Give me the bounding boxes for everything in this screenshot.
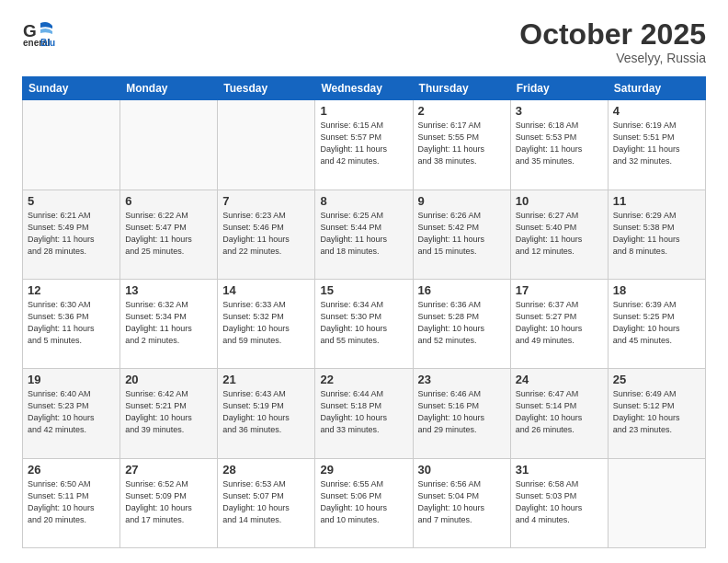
day-info: Sunrise: 6:15 AM Sunset: 5:57 PM Dayligh…: [320, 120, 407, 167]
col-friday: Friday: [510, 77, 608, 100]
day-number: 21: [222, 373, 310, 386]
day-info: Sunrise: 6:30 AM Sunset: 5:36 PM Dayligh…: [28, 299, 115, 347]
day-number: 13: [125, 283, 212, 297]
day-number: 3: [516, 104, 603, 118]
table-row: 6Sunrise: 6:22 AM Sunset: 5:47 PM Daylig…: [120, 190, 218, 279]
day-number: 5: [28, 194, 115, 208]
week-row-3: 12Sunrise: 6:30 AM Sunset: 5:36 PM Dayli…: [23, 279, 706, 368]
day-info: Sunrise: 6:22 AM Sunset: 5:47 PM Dayligh…: [125, 210, 212, 258]
table-row: 5Sunrise: 6:21 AM Sunset: 5:49 PM Daylig…: [23, 190, 120, 279]
table-row: 27Sunrise: 6:52 AM Sunset: 5:09 PM Dayli…: [120, 458, 218, 547]
table-row: [23, 100, 120, 190]
day-info: Sunrise: 6:19 AM Sunset: 5:51 PM Dayligh…: [613, 120, 700, 167]
day-info: Sunrise: 6:58 AM Sunset: 5:03 PM Dayligh…: [516, 478, 603, 526]
table-row: 13Sunrise: 6:32 AM Sunset: 5:34 PM Dayli…: [120, 279, 218, 368]
day-number: 28: [222, 463, 310, 477]
title-block: October 2025 Veselyy, Russia: [519, 18, 706, 65]
logo-svg: G eneral Blue: [22, 18, 55, 52]
table-row: [120, 100, 218, 190]
month-title: October 2025: [519, 18, 706, 51]
table-row: 20Sunrise: 6:42 AM Sunset: 5:21 PM Dayli…: [120, 369, 218, 458]
day-number: 19: [28, 373, 115, 386]
day-info: Sunrise: 6:17 AM Sunset: 5:55 PM Dayligh…: [418, 120, 506, 167]
day-number: 24: [516, 373, 603, 386]
day-number: 2: [418, 104, 506, 118]
table-row: 1Sunrise: 6:15 AM Sunset: 5:57 PM Daylig…: [315, 100, 413, 190]
col-sunday: Sunday: [23, 77, 120, 100]
day-number: 26: [28, 463, 115, 477]
day-number: 20: [125, 373, 212, 386]
table-row: 9Sunrise: 6:26 AM Sunset: 5:42 PM Daylig…: [413, 190, 510, 279]
table-row: 26Sunrise: 6:50 AM Sunset: 5:11 PM Dayli…: [23, 458, 120, 547]
col-thursday: Thursday: [413, 77, 510, 100]
day-number: 22: [320, 373, 407, 386]
day-number: 8: [320, 194, 407, 208]
table-row: 11Sunrise: 6:29 AM Sunset: 5:38 PM Dayli…: [608, 190, 705, 279]
table-row: 25Sunrise: 6:49 AM Sunset: 5:12 PM Dayli…: [608, 369, 705, 458]
day-number: 9: [418, 194, 506, 208]
day-number: 12: [28, 283, 115, 297]
header: G eneral Blue October 2025 Veselyy, Russ…: [22, 18, 706, 65]
table-row: 2Sunrise: 6:17 AM Sunset: 5:55 PM Daylig…: [413, 100, 510, 190]
col-saturday: Saturday: [608, 77, 705, 100]
day-number: 1: [320, 104, 407, 118]
day-info: Sunrise: 6:53 AM Sunset: 5:07 PM Dayligh…: [222, 478, 310, 526]
week-row-5: 26Sunrise: 6:50 AM Sunset: 5:11 PM Dayli…: [23, 458, 706, 547]
day-number: 11: [613, 194, 700, 208]
day-info: Sunrise: 6:40 AM Sunset: 5:23 PM Dayligh…: [28, 388, 115, 436]
day-info: Sunrise: 6:23 AM Sunset: 5:46 PM Dayligh…: [222, 210, 310, 258]
day-info: Sunrise: 6:43 AM Sunset: 5:19 PM Dayligh…: [222, 388, 310, 436]
table-row: 3Sunrise: 6:18 AM Sunset: 5:53 PM Daylig…: [510, 100, 608, 190]
day-number: 6: [125, 194, 212, 208]
page: G eneral Blue October 2025 Veselyy, Russ…: [0, 0, 728, 563]
day-info: Sunrise: 6:56 AM Sunset: 5:04 PM Dayligh…: [418, 478, 506, 526]
day-number: 15: [320, 283, 407, 297]
day-info: Sunrise: 6:25 AM Sunset: 5:44 PM Dayligh…: [320, 210, 407, 258]
table-row: 15Sunrise: 6:34 AM Sunset: 5:30 PM Dayli…: [315, 279, 413, 368]
table-row: [608, 458, 705, 547]
day-number: 25: [613, 373, 700, 386]
day-info: Sunrise: 6:26 AM Sunset: 5:42 PM Dayligh…: [418, 210, 506, 258]
day-info: Sunrise: 6:18 AM Sunset: 5:53 PM Dayligh…: [516, 120, 603, 167]
table-row: 24Sunrise: 6:47 AM Sunset: 5:14 PM Dayli…: [510, 369, 608, 458]
location: Veselyy, Russia: [519, 51, 706, 65]
day-info: Sunrise: 6:52 AM Sunset: 5:09 PM Dayligh…: [125, 478, 212, 526]
calendar-table: Sunday Monday Tuesday Wednesday Thursday…: [22, 76, 706, 548]
day-info: Sunrise: 6:55 AM Sunset: 5:06 PM Dayligh…: [320, 478, 407, 526]
day-number: 23: [418, 373, 506, 386]
table-row: 29Sunrise: 6:55 AM Sunset: 5:06 PM Dayli…: [315, 458, 413, 547]
day-info: Sunrise: 6:37 AM Sunset: 5:27 PM Dayligh…: [516, 299, 603, 347]
day-info: Sunrise: 6:42 AM Sunset: 5:21 PM Dayligh…: [125, 388, 212, 436]
day-number: 31: [516, 463, 603, 477]
table-row: 4Sunrise: 6:19 AM Sunset: 5:51 PM Daylig…: [608, 100, 705, 190]
table-row: 8Sunrise: 6:25 AM Sunset: 5:44 PM Daylig…: [315, 190, 413, 279]
table-row: 19Sunrise: 6:40 AM Sunset: 5:23 PM Dayli…: [23, 369, 120, 458]
week-row-4: 19Sunrise: 6:40 AM Sunset: 5:23 PM Dayli…: [23, 369, 706, 458]
day-info: Sunrise: 6:39 AM Sunset: 5:25 PM Dayligh…: [613, 299, 700, 347]
weekday-header-row: Sunday Monday Tuesday Wednesday Thursday…: [23, 77, 706, 100]
day-number: 27: [125, 463, 212, 477]
col-monday: Monday: [120, 77, 218, 100]
week-row-1: 1Sunrise: 6:15 AM Sunset: 5:57 PM Daylig…: [23, 100, 706, 190]
day-info: Sunrise: 6:32 AM Sunset: 5:34 PM Dayligh…: [125, 299, 212, 347]
table-row: 17Sunrise: 6:37 AM Sunset: 5:27 PM Dayli…: [510, 279, 608, 368]
day-number: 4: [613, 104, 700, 118]
day-number: 29: [320, 463, 407, 477]
table-row: 22Sunrise: 6:44 AM Sunset: 5:18 PM Dayli…: [315, 369, 413, 458]
day-number: 14: [222, 283, 310, 297]
week-row-2: 5Sunrise: 6:21 AM Sunset: 5:49 PM Daylig…: [23, 190, 706, 279]
table-row: 7Sunrise: 6:23 AM Sunset: 5:46 PM Daylig…: [218, 190, 315, 279]
day-info: Sunrise: 6:34 AM Sunset: 5:30 PM Dayligh…: [320, 299, 407, 347]
table-row: 16Sunrise: 6:36 AM Sunset: 5:28 PM Dayli…: [413, 279, 510, 368]
table-row: [218, 100, 315, 190]
table-row: 30Sunrise: 6:56 AM Sunset: 5:04 PM Dayli…: [413, 458, 510, 547]
svg-text:Blue: Blue: [40, 38, 55, 48]
col-wednesday: Wednesday: [315, 77, 413, 100]
day-info: Sunrise: 6:29 AM Sunset: 5:38 PM Dayligh…: [613, 210, 700, 258]
day-number: 7: [222, 194, 310, 208]
col-tuesday: Tuesday: [218, 77, 315, 100]
table-row: 21Sunrise: 6:43 AM Sunset: 5:19 PM Dayli…: [218, 369, 315, 458]
day-info: Sunrise: 6:27 AM Sunset: 5:40 PM Dayligh…: [516, 210, 603, 258]
day-info: Sunrise: 6:33 AM Sunset: 5:32 PM Dayligh…: [222, 299, 310, 347]
day-number: 16: [418, 283, 506, 297]
